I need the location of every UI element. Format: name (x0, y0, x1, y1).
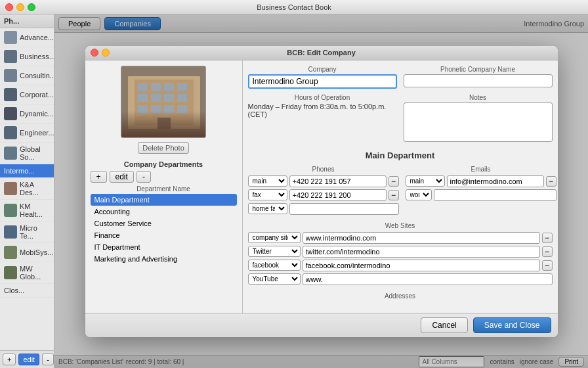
minimize-button[interactable] (16, 3, 24, 11)
phone-type-select-0[interactable]: mainhomeworkfax (248, 175, 287, 187)
sidebar-item-label-5: Engineer... (20, 129, 54, 137)
sidebar-item-10[interactable]: Micro Te... (0, 221, 54, 243)
emails-section: Emails mainwork − (406, 166, 556, 217)
company-icon-6 (4, 147, 17, 160)
remove-website-2[interactable]: − (542, 260, 553, 271)
svg-rect-5 (164, 83, 174, 91)
company-input[interactable] (248, 74, 397, 89)
email-value-1[interactable] (434, 189, 556, 201)
email-type-select-0[interactable]: mainwork (406, 175, 445, 187)
sidebar-item-label-4: Dynamic... (20, 110, 54, 118)
phone-value-0[interactable] (289, 175, 387, 187)
remove-website-0[interactable]: − (542, 233, 553, 243)
email-value-0[interactable] (447, 175, 544, 187)
sidebar-item-label-0: Advance... (20, 34, 54, 41)
websites-label: Web Sites (248, 222, 553, 229)
dept-name-column-header: Department Name (91, 185, 237, 193)
sidebar-item-0[interactable]: Advance... (0, 28, 54, 47)
website-value-0[interactable] (303, 232, 540, 244)
notes-input[interactable] (404, 103, 553, 142)
remove-dept-button[interactable]: - (136, 171, 151, 183)
website-type-3[interactable]: YouTube (248, 273, 301, 285)
save-close-button[interactable]: Save and Close (473, 317, 551, 333)
remove-email-0[interactable]: − (546, 176, 556, 187)
remove-phone-1[interactable]: − (388, 190, 399, 200)
title-bar: Business Contact Book (0, 0, 588, 14)
depts-header: Company Departments (91, 160, 237, 168)
maximize-button[interactable] (28, 3, 35, 11)
email-row-1: work (406, 189, 556, 201)
edit-dept-button[interactable]: edit (110, 171, 134, 183)
sidebar-list: Advance... Business... Consultin... Corp… (0, 28, 54, 350)
website-value-1[interactable] (303, 246, 540, 258)
remove-website-1[interactable]: − (542, 246, 553, 257)
svg-rect-11 (138, 105, 148, 113)
phone-value-1[interactable] (289, 189, 387, 201)
hours-notes-row: Hours of Operation Monday – Friday from … (248, 94, 553, 144)
website-type-0[interactable]: company site (248, 232, 301, 243)
sidebar-item-label-1: Business... (20, 53, 54, 60)
sidebar-item-close[interactable]: Clos... (0, 284, 54, 298)
dept-item-4[interactable]: IT Department (91, 241, 237, 253)
add-sidebar-button[interactable]: + (3, 354, 16, 365)
dept-item-2[interactable]: Customer Service (91, 218, 237, 229)
sidebar-item-2[interactable]: Consultin... (0, 66, 54, 85)
notes-section: Notes (404, 94, 553, 144)
dept-item-3[interactable]: Finance (91, 229, 237, 241)
company-photo (121, 66, 206, 138)
sidebar-item-label-12: MW Glob... (20, 265, 50, 281)
dept-item-1[interactable]: Accounting (91, 206, 237, 218)
phone-type-select-2[interactable]: home fax (248, 203, 287, 214)
phone-type-select-1[interactable]: faxmain (248, 189, 287, 200)
sidebar-item-8[interactable]: K&A Des... (0, 178, 54, 200)
sidebar-item-3[interactable]: Corporat... (0, 85, 54, 104)
delete-photo-button[interactable]: Delete Photo (138, 142, 189, 154)
sidebar-item-9[interactable]: KM Healt... (0, 200, 54, 221)
cancel-button[interactable]: Cancel (421, 317, 467, 333)
dept-item-5[interactable]: Marketing and Advertising (91, 253, 237, 265)
modal-close-button[interactable] (91, 49, 98, 57)
website-type-1[interactable]: Twitter (248, 246, 301, 257)
sidebar-item-7[interactable]: Intermo... (0, 164, 54, 178)
dept-item-0[interactable]: Main Department (91, 194, 237, 206)
sidebar-item-1[interactable]: Business... (0, 47, 54, 66)
modal-title: BCB: Edit Company (287, 49, 356, 57)
website-type-2[interactable]: facebook (248, 260, 301, 271)
sidebar-item-12[interactable]: MW Glob... (0, 262, 54, 284)
sidebar-item-6[interactable]: Global So... (0, 143, 54, 164)
company-icon-3 (4, 88, 17, 101)
dept-list: Main Department Accounting Customer Serv… (91, 194, 237, 265)
phone-value-2[interactable] (289, 203, 399, 215)
edit-company-modal: BCB: Edit Company (85, 46, 558, 337)
app-window: Ph... Advance... Business... Consultin..… (0, 14, 588, 368)
company-icon-12 (4, 266, 17, 279)
company-icon-0 (4, 31, 17, 44)
remove-sidebar-button[interactable]: - (42, 354, 54, 365)
svg-rect-4 (151, 83, 161, 91)
modal-right-panel: Company Phonetic Company Name Hour (243, 60, 558, 313)
sidebar-item-label-6: Global So... (20, 145, 50, 161)
remove-phone-0[interactable]: − (388, 176, 399, 187)
building-image (121, 66, 206, 138)
website-value-3[interactable] (303, 273, 553, 285)
svg-rect-13 (164, 105, 174, 113)
website-value-2[interactable] (303, 260, 540, 271)
svg-rect-10 (177, 94, 187, 102)
email-row-0: mainwork − (406, 175, 556, 187)
close-button[interactable] (5, 3, 13, 11)
sidebar-item-11[interactable]: MobiSys... (0, 243, 54, 262)
sidebar-item-4[interactable]: Dynamic... (0, 104, 54, 124)
phonetic-input[interactable] (404, 74, 553, 87)
edit-sidebar-button[interactable]: edit (18, 354, 39, 365)
svg-rect-9 (164, 94, 174, 102)
add-dept-button[interactable]: + (91, 171, 107, 183)
company-icon-9 (4, 204, 17, 217)
phone-row-1: faxmain − (248, 189, 399, 201)
depts-controls: + edit - (91, 171, 237, 183)
modal-minimize-button[interactable] (102, 49, 110, 57)
sidebar-item-5[interactable]: Engineer... (0, 124, 54, 143)
phonetic-label: Phonetic Company Name (404, 66, 553, 73)
company-icon-10 (4, 225, 17, 239)
email-type-select-1[interactable]: work (406, 189, 432, 200)
website-row-1: Twitter − (248, 246, 553, 258)
